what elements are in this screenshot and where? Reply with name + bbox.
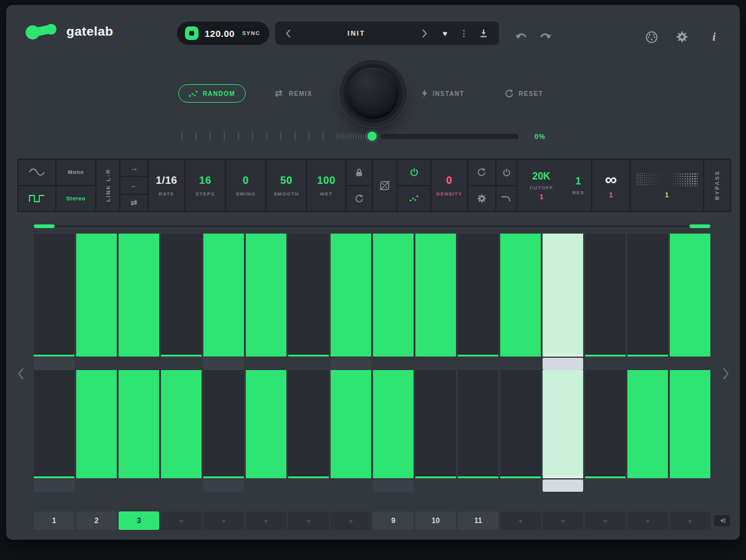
mono-toggle[interactable]: Mono: [57, 160, 95, 185]
step-handle[interactable]: [543, 358, 583, 370]
pattern-slot-7[interactable]: +: [288, 511, 329, 530]
pattern-slot-10[interactable]: 10: [415, 511, 456, 530]
rate-cell[interactable]: 1/16 RATE: [149, 160, 184, 211]
steps-value[interactable]: 16: [199, 175, 211, 187]
step-column-bottom-11[interactable]: [458, 370, 498, 492]
step-bar[interactable]: [373, 234, 414, 355]
step-column-top-1[interactable]: [34, 234, 74, 370]
pattern-slot-9[interactable]: 9: [373, 511, 414, 530]
step-bar[interactable]: [161, 234, 202, 355]
step-column-bottom-7[interactable]: [288, 370, 329, 492]
smooth-value[interactable]: 50: [280, 175, 293, 187]
step-bar[interactable]: [161, 370, 202, 476]
stereo-toggle[interactable]: Stereo: [57, 186, 95, 211]
bpm-display[interactable]: 120.00: [205, 28, 235, 39]
direction-pingpong-button[interactable]: ⇄: [120, 195, 147, 211]
dither-sparse-icon[interactable]: [669, 173, 697, 186]
redo-icon[interactable]: [540, 32, 552, 43]
pattern-slot-2[interactable]: 2: [76, 511, 117, 530]
play-stop-button[interactable]: [185, 26, 198, 40]
density-power-icon[interactable]: [398, 160, 430, 185]
preset-next-icon[interactable]: [415, 22, 434, 45]
pattern-slot-16[interactable]: +: [670, 511, 710, 530]
step-handle[interactable]: [373, 479, 414, 492]
step-bar[interactable]: [246, 234, 286, 355]
step-bar[interactable]: [246, 370, 286, 476]
res-value[interactable]: 1: [576, 176, 581, 187]
step-column-bottom-4[interactable]: [161, 370, 202, 492]
step-bar[interactable]: [119, 370, 159, 476]
step-bar[interactable]: [34, 370, 74, 476]
sine-wave-icon[interactable]: [18, 160, 55, 185]
sync-toggle[interactable]: SYNC: [242, 30, 261, 36]
step-column-top-14[interactable]: [585, 234, 626, 370]
step-handle[interactable]: [34, 479, 74, 492]
dither-dense-icon[interactable]: [636, 173, 664, 186]
rate-value[interactable]: 1/16: [155, 175, 177, 187]
filter-curve-icon[interactable]: [497, 186, 516, 211]
step-bar[interactable]: [500, 234, 541, 355]
step-column-bottom-13[interactable]: [543, 370, 583, 492]
step-bar[interactable]: [458, 370, 498, 476]
lock-icon[interactable]: [347, 160, 372, 185]
bypass-cell[interactable]: BYPASS: [704, 160, 730, 211]
step-bar[interactable]: [585, 234, 626, 355]
step-bar[interactable]: [585, 370, 626, 476]
direction-forward-button[interactable]: →: [120, 160, 147, 176]
step-column-bottom-9[interactable]: [373, 370, 414, 492]
step-column-top-6[interactable]: [246, 234, 286, 370]
infinity-cell[interactable]: ∞ 1: [592, 160, 629, 211]
step-bar[interactable]: [500, 370, 541, 476]
step-column-top-11[interactable]: [458, 234, 498, 370]
step-bar[interactable]: [627, 234, 668, 355]
step-handle[interactable]: [331, 358, 371, 370]
step-bar[interactable]: [203, 370, 244, 476]
wet-value[interactable]: 100: [317, 175, 336, 187]
density-value[interactable]: 0: [446, 175, 452, 187]
step-bar[interactable]: [331, 234, 371, 355]
step-column-top-7[interactable]: [288, 234, 329, 370]
step-handle[interactable]: [543, 479, 583, 492]
pattern-slot-15[interactable]: +: [627, 511, 668, 530]
step-column-bottom-5[interactable]: [203, 370, 244, 492]
step-column-top-3[interactable]: [119, 234, 159, 370]
pattern-slot-4[interactable]: +: [161, 511, 202, 530]
swing-cell[interactable]: 0 SWING: [226, 160, 265, 211]
refresh-icon[interactable]: [468, 160, 495, 185]
step-column-bottom-1[interactable]: [34, 370, 74, 492]
step-bar[interactable]: [670, 234, 710, 355]
dice-off-cell[interactable]: [373, 160, 396, 211]
pattern-slot-13[interactable]: +: [543, 511, 583, 530]
step-column-top-8[interactable]: [331, 234, 371, 370]
step-bar[interactable]: [119, 234, 159, 355]
step-column-bottom-10[interactable]: [415, 370, 456, 492]
reset-mode-button[interactable]: RESET: [505, 87, 543, 100]
step-bar[interactable]: [288, 370, 329, 476]
step-column-top-12[interactable]: [500, 234, 541, 370]
filter-power-icon[interactable]: [497, 160, 516, 185]
step-bar[interactable]: [627, 370, 668, 476]
step-column-top-15[interactable]: [627, 234, 668, 370]
loop-end-handle[interactable]: [689, 224, 710, 228]
step-bar[interactable]: [203, 234, 244, 355]
step-column-top-13[interactable]: [543, 234, 583, 370]
step-column-top-2[interactable]: [76, 234, 117, 370]
main-knob[interactable]: [344, 64, 402, 123]
collapse-patterns-icon[interactable]: [714, 515, 730, 526]
page-next-icon[interactable]: [720, 364, 731, 385]
pattern-slot-12[interactable]: +: [500, 511, 541, 530]
pattern-slot-6[interactable]: +: [246, 511, 286, 530]
step-handle[interactable]: [203, 358, 244, 370]
cutoff-control[interactable]: 20K CUTOFF 1: [517, 160, 565, 211]
randomize-slider-handle[interactable]: [367, 132, 377, 141]
pattern-slot-3[interactable]: 3: [119, 511, 159, 530]
instant-mode-button[interactable]: INSTANT: [422, 87, 465, 100]
pattern-slot-8[interactable]: +: [331, 511, 371, 530]
square-wave-icon[interactable]: [18, 186, 55, 211]
step-bar[interactable]: [415, 370, 456, 476]
step-column-bottom-3[interactable]: [119, 370, 159, 492]
step-column-bottom-15[interactable]: [627, 370, 668, 492]
smooth-cell[interactable]: 50 SMOOTH: [267, 160, 306, 211]
step-bar[interactable]: [543, 234, 583, 355]
cell-gear-icon[interactable]: [468, 186, 495, 211]
